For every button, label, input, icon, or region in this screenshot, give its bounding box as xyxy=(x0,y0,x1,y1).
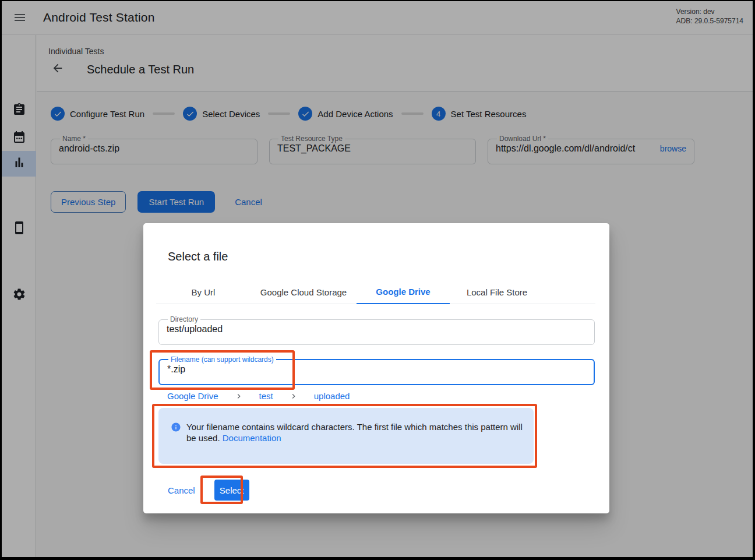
file-source-tabs: By Url Google Cloud Storage Google Drive… xyxy=(156,280,595,304)
tab-by-url[interactable]: By Url xyxy=(156,280,251,304)
breadcrumb-uploaded[interactable]: uploaded xyxy=(314,391,350,401)
filename-field[interactable]: Filename (can support wildcards) xyxy=(158,355,595,385)
info-icon xyxy=(171,422,181,432)
dialog-title: Select a file xyxy=(168,250,228,263)
filename-field-label: Filename (can support wildcards) xyxy=(168,355,276,364)
directory-field-label: Directory xyxy=(168,315,200,323)
breadcrumb-test[interactable]: test xyxy=(259,391,273,401)
wildcard-info-banner: Your filename contains wildcard characte… xyxy=(158,408,534,464)
dialog-select-button[interactable]: Select xyxy=(214,480,249,501)
banner-text: Your filename contains wildcard characte… xyxy=(186,421,528,443)
breadcrumb: Google Drive test uploaded xyxy=(167,391,350,401)
dialog-cancel-button[interactable]: Cancel xyxy=(161,481,202,500)
directory-field[interactable]: Directory xyxy=(158,315,595,345)
app-screen: Android Test Station Version: dev ADB: 2… xyxy=(2,1,753,557)
select-file-dialog: Select a file By Url Google Cloud Storag… xyxy=(143,223,609,513)
directory-input[interactable] xyxy=(167,324,587,334)
chevron-right-icon xyxy=(234,392,244,401)
tab-google-cloud-storage[interactable]: Google Cloud Storage xyxy=(251,280,357,304)
tab-local-file-store[interactable]: Local File Store xyxy=(450,280,544,304)
breadcrumb-google-drive[interactable]: Google Drive xyxy=(167,391,218,401)
filename-input[interactable] xyxy=(167,364,586,375)
documentation-link[interactable]: Documentation xyxy=(223,433,281,443)
chevron-right-icon xyxy=(289,392,298,401)
tab-google-drive[interactable]: Google Drive xyxy=(357,280,450,304)
dialog-footer: Cancel Select xyxy=(161,480,249,501)
